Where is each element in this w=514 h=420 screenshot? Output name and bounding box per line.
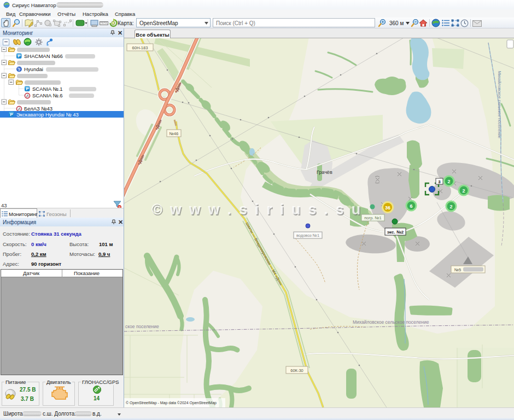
svg-text:Михайловское сельское поселени: Михайловское сельское поселение — [497, 71, 502, 138]
svg-text:SCANIA №.1: SCANIA №.1 — [32, 86, 63, 92]
svg-text:2: 2 — [447, 179, 450, 184]
svg-text:№5: №5 — [454, 267, 461, 272]
svg-text:БелАЗ №43: БелАЗ №43 — [24, 106, 52, 112]
svg-text:№46: №46 — [170, 131, 178, 136]
svg-text:60К-30: 60К-30 — [290, 368, 303, 373]
svg-text:ское поселение: ское поселение — [125, 324, 159, 329]
svg-text:36: 36 — [385, 205, 390, 211]
svg-text:© w w w . s i r i u s . s u: © w w w . s i r i u s . s u — [151, 201, 362, 218]
svg-text:2: 2 — [449, 204, 452, 209]
svg-text:погр. №1: погр. №1 — [364, 215, 382, 220]
svg-text:60Н-183: 60Н-183 — [132, 45, 148, 50]
svg-text:© OpenStreetMap - Map data ©20: © OpenStreetMap - Map data ©2024 OpenStr… — [126, 401, 217, 405]
svg-text:водовоз №1: водовоз №1 — [296, 233, 319, 238]
svg-text:SCANIA №.6: SCANIA №.6 — [32, 92, 63, 98]
svg-text:Hyundai: Hyundai — [24, 66, 43, 72]
svg-text:экс. №2: экс. №2 — [387, 230, 404, 235]
svg-text:3: 3 — [438, 179, 441, 184]
svg-text:Экскаватор Hyundai № 43: Экскаватор Hyundai № 43 — [16, 112, 79, 118]
svg-text:Михайловское сельское поселени: Михайловское сельское поселение — [353, 319, 429, 325]
svg-text:SHACMAN №66: SHACMAN №66 — [24, 53, 63, 59]
svg-text:6: 6 — [410, 203, 412, 209]
svg-text:2: 2 — [462, 188, 465, 194]
svg-text:Грачёв: Грачёв — [317, 170, 332, 175]
